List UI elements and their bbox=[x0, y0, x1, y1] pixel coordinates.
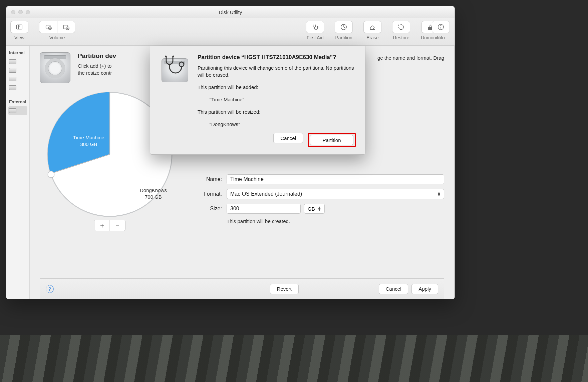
dialog-partition-button[interactable]: Partition bbox=[310, 135, 353, 145]
info-label: Info bbox=[437, 35, 445, 40]
eraser-icon bbox=[369, 23, 376, 31]
apply-button[interactable]: Apply bbox=[411, 284, 438, 294]
disk-utility-window: Disk Utility View Volume bbox=[6, 6, 455, 299]
sidebar-internal-disk-2[interactable] bbox=[8, 66, 27, 75]
revert-button[interactable]: Revert bbox=[270, 284, 299, 294]
disk-icon bbox=[9, 77, 16, 81]
sheet-subtitle-2: the resize contr bbox=[78, 70, 112, 76]
dialog-added-head: This partition will be added: bbox=[198, 84, 356, 91]
dialog-added-name: “Time Machine” bbox=[210, 96, 356, 103]
sidebar-internal-disk-4[interactable] bbox=[8, 83, 27, 92]
size-unit-select[interactable]: GB ▲▼ bbox=[304, 204, 325, 214]
highlight-box: Partition bbox=[308, 133, 356, 147]
help-button[interactable]: ? bbox=[46, 285, 54, 293]
view-button[interactable] bbox=[10, 21, 28, 33]
add-partition-button[interactable]: ＋ bbox=[94, 220, 110, 231]
titlebar: Disk Utility bbox=[6, 6, 455, 18]
cancel-button[interactable]: Cancel bbox=[379, 284, 408, 294]
pie-slice-label-2: DongKnows 700 GB bbox=[140, 187, 167, 201]
sidebar: Internal External bbox=[6, 46, 30, 299]
format-label: Format: bbox=[192, 191, 222, 197]
sidebar-internal-disk-3[interactable] bbox=[8, 75, 27, 83]
size-hint: This partition will be created. bbox=[227, 218, 444, 224]
size-input[interactable] bbox=[227, 204, 301, 214]
format-select[interactable]: Mac OS Extended (Journaled) ▲▼ bbox=[227, 189, 444, 199]
info-button[interactable] bbox=[432, 21, 450, 33]
svg-point-20 bbox=[179, 62, 184, 67]
volume-remove-button[interactable] bbox=[57, 21, 75, 33]
pie-slice-label-1: Time Machine 300 GB bbox=[73, 134, 104, 148]
stethoscope-icon bbox=[311, 23, 319, 31]
sidebar-header-internal: Internal bbox=[9, 50, 27, 55]
pie-icon bbox=[340, 23, 347, 31]
format-value: Mac OS Extended (Journaled) bbox=[230, 191, 302, 197]
chevron-up-down-icon: ▲▼ bbox=[437, 192, 440, 196]
partition-label: Partition bbox=[335, 35, 352, 40]
restore-icon bbox=[397, 23, 405, 31]
volume-remove-icon bbox=[62, 23, 70, 31]
dialog-body: Partitioning this device will change som… bbox=[198, 64, 356, 78]
size-label: Size: bbox=[192, 206, 222, 212]
info-icon bbox=[437, 23, 445, 31]
restore-button[interactable] bbox=[392, 21, 410, 33]
name-label: Name: bbox=[192, 176, 222, 182]
volume-add-icon bbox=[45, 23, 52, 31]
svg-rect-0 bbox=[17, 25, 22, 29]
sheet-footer: ? Revert Cancel Apply bbox=[40, 278, 444, 299]
erase-label: Erase bbox=[366, 35, 379, 40]
sidebar-external-disk-1[interactable] bbox=[8, 106, 27, 115]
sheet-title: Partition dev bbox=[78, 52, 116, 60]
pie-resize-handle[interactable] bbox=[48, 171, 54, 178]
disk-icon bbox=[9, 59, 16, 64]
sidebar-icon bbox=[16, 23, 23, 31]
confirm-partition-dialog: Partition device “HGST HTS721010A9E630 M… bbox=[150, 46, 365, 155]
disk-icon bbox=[9, 68, 16, 73]
name-input[interactable] bbox=[227, 174, 444, 184]
dialog-resized-head: This partition will be resized: bbox=[198, 108, 356, 115]
add-remove-partition: ＋ － bbox=[94, 220, 125, 231]
disk-icon bbox=[9, 108, 16, 113]
disk-stethoscope-icon bbox=[160, 54, 190, 84]
volume-add-button[interactable] bbox=[39, 21, 57, 33]
erase-button[interactable] bbox=[363, 21, 381, 33]
volume-label: Volume bbox=[49, 35, 65, 40]
sheet-subtitle-1: Click add (+) to bbox=[78, 63, 111, 69]
window-title: Disk Utility bbox=[6, 9, 455, 15]
first-aid-label: First Aid bbox=[307, 35, 324, 40]
dialog-cancel-button[interactable]: Cancel bbox=[273, 133, 303, 143]
dialog-resized-name: “DongKnows” bbox=[210, 121, 356, 128]
size-unit-value: GB bbox=[308, 206, 315, 212]
toolbar: View Volume First Aid bbox=[6, 18, 455, 46]
sidebar-internal-disk-1[interactable] bbox=[8, 57, 27, 66]
hard-drive-icon bbox=[40, 52, 70, 83]
svg-point-22 bbox=[173, 56, 174, 57]
chevron-up-down-icon: ▲▼ bbox=[318, 206, 321, 211]
dialog-title: Partition device “HGST HTS721010A9E630 M… bbox=[198, 54, 356, 61]
svg-point-21 bbox=[165, 56, 167, 57]
restore-label: Restore bbox=[393, 35, 409, 40]
sidebar-header-external: External bbox=[9, 99, 27, 104]
view-label: View bbox=[14, 35, 24, 40]
svg-point-16 bbox=[440, 26, 441, 26]
remove-partition-button[interactable]: － bbox=[110, 220, 125, 231]
first-aid-button[interactable] bbox=[306, 21, 324, 33]
partition-button[interactable] bbox=[335, 21, 353, 33]
svg-point-9 bbox=[317, 26, 318, 28]
disk-icon bbox=[9, 85, 16, 90]
